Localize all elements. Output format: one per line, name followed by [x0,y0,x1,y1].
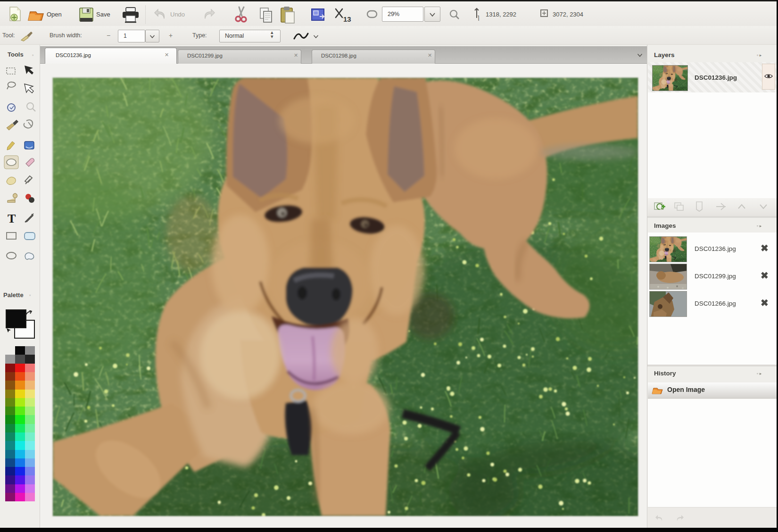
svg-text:13: 13 [343,15,351,23]
svg-text:]: ] [478,14,480,21]
svg-text:T: T [8,212,16,225]
